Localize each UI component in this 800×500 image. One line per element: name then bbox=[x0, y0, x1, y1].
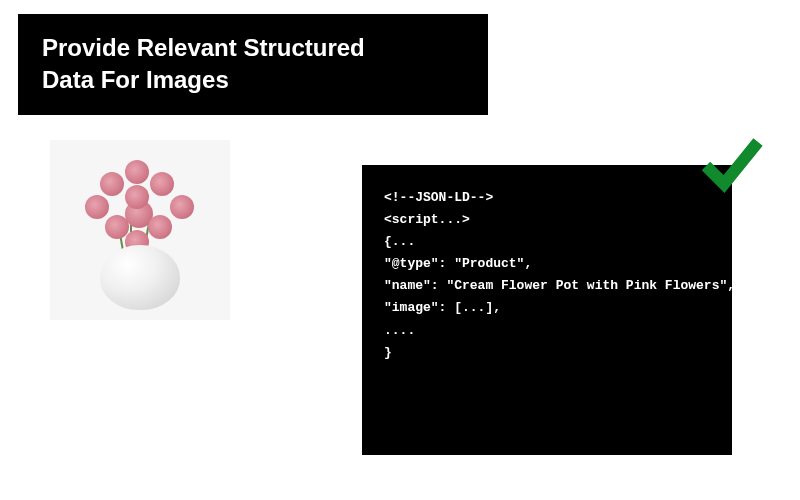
page-title: Provide Relevant Structured Data For Ima… bbox=[42, 32, 464, 97]
title-bar: Provide Relevant Structured Data For Ima… bbox=[18, 14, 488, 115]
code-line: "@type": "Product", bbox=[384, 253, 710, 275]
code-line: } bbox=[384, 342, 710, 364]
vase-with-flowers-illustration bbox=[65, 150, 215, 310]
code-line: {... bbox=[384, 231, 710, 253]
flowers-cluster bbox=[70, 150, 210, 260]
title-line-2: Data For Images bbox=[42, 66, 229, 93]
checkmark-icon bbox=[700, 132, 764, 196]
code-snippet-box: <!--JSON-LD--> <script...> {... "@type":… bbox=[362, 165, 732, 455]
code-line: <script...> bbox=[384, 209, 710, 231]
vase bbox=[100, 245, 180, 310]
code-line: .... bbox=[384, 320, 710, 342]
code-line: "image": [...], bbox=[384, 297, 710, 319]
code-line: <!--JSON-LD--> bbox=[384, 187, 710, 209]
title-line-1: Provide Relevant Structured bbox=[42, 34, 365, 61]
code-line: "name": "Cream Flower Pot with Pink Flow… bbox=[384, 275, 710, 297]
product-image-box bbox=[50, 140, 230, 320]
